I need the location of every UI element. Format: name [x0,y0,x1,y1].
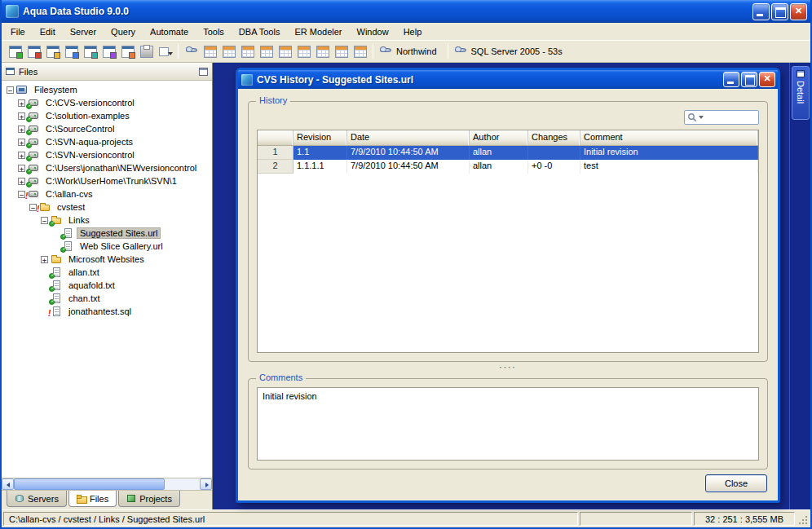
history-table: RevisionDateAuthorChangesComment 11.17/9… [257,130,759,353]
tree-item-links[interactable]: Links [2,214,212,227]
menu-file[interactable]: File [3,24,33,39]
tree-expander-plus-icon[interactable] [18,126,25,133]
undock-panel-icon[interactable] [199,68,208,76]
column-header-comment[interactable]: Comment [580,130,758,145]
tree-item-c-users-jonathan-newversioncontrol[interactable]: C:\Users\jonathan\NEWversioncontrol [2,161,212,174]
menu-window[interactable]: Window [350,24,396,39]
tree-expander-plus-icon[interactable] [18,178,25,185]
dialog-title-bar[interactable]: CVS History - Suggested Sites.url [238,70,778,89]
tab-label: Servers [28,494,59,504]
tree-expander-plus-icon[interactable] [18,165,25,172]
table-grid-icon-5-button[interactable] [276,42,294,60]
export-tool-icon-button[interactable] [99,42,118,60]
history-search-input[interactable] [705,112,756,123]
tab-files[interactable]: Files [68,491,117,507]
dialog-close-button[interactable] [759,72,775,87]
comments-text-area[interactable]: Initial revision [257,387,759,461]
tree-expander-plus-icon[interactable] [18,99,25,107]
tree-item-web-slice-gallery-url[interactable]: Web Slice Gallery.url [2,240,212,253]
tab-detail[interactable]: Detail [792,66,810,120]
tree-item-chan-txt[interactable]: chan.txt [2,292,212,305]
tree-item-c-cvs-versioncontrol[interactable]: C:\CVS-versioncontrol [2,96,212,109]
table-grid-icon-1-button[interactable] [201,42,219,60]
tree-item-suggested-sites-url[interactable]: Suggested Sites.url [2,227,212,240]
column-header-date[interactable]: Date [347,130,470,145]
menu-server[interactable]: Server [63,24,104,39]
menu-dba-tools[interactable]: DBA Tools [232,24,288,39]
tree-item-c-solution-examples[interactable]: C:\solution-examples [2,109,212,122]
tab-servers[interactable]: Servers [7,491,67,507]
tree-item-c-sourcecontrol[interactable]: C:\SourceControl [2,122,212,135]
tree-item-aquafold-txt[interactable]: aquafold.txt [2,279,212,292]
history-search-box[interactable] [684,110,759,125]
import-tool-icon-button[interactable] [81,42,99,60]
tree-item-c-svn-versioncontrol[interactable]: C:\SVN-versioncontrol [2,148,212,161]
menu-bar: FileEditServerQueryAutomateToolsDBA Tool… [2,23,810,41]
scrollbar-track[interactable] [165,478,200,490]
toolbar-context-sql-server-2005-53s[interactable]: SQL Server 2005 - 53s [452,46,570,58]
table-grid-icon-8-button[interactable] [332,42,351,60]
schema-browser-icon-button[interactable] [43,42,62,60]
table-grid-icon-3-button[interactable] [238,42,257,60]
history-table-row[interactable]: 21.1.1.17/9/2010 10:44:50 AMallan+0 -0te… [258,160,758,174]
register-server-icon-button[interactable] [24,42,43,60]
history-comments-splitter[interactable] [248,362,768,373]
tree-expander-minus-icon[interactable] [7,86,14,94]
menu-tools[interactable]: Tools [196,24,232,39]
table-grid-icon-4-button[interactable] [257,42,276,60]
dialog-maximize-button[interactable] [741,72,757,87]
title-bar[interactable]: Aqua Data Studio 9.0.0 [2,0,810,23]
options-dropdown-icon-button[interactable] [156,42,174,60]
tree-item-microsoft-websites[interactable]: Microsoft Websites [2,253,212,266]
tree-expander-plus-icon[interactable] [18,152,25,159]
dialog-minimize-button[interactable] [723,72,739,87]
minimize-button[interactable] [752,3,770,20]
toolbar-context-northwind[interactable]: Northwind [377,46,444,58]
tree-horizontal-scrollbar[interactable] [2,478,212,491]
tree-item-cvstest[interactable]: cvstest [2,201,212,214]
resize-grip[interactable] [797,512,809,526]
column-header-rownum[interactable] [258,130,293,145]
tree-item-c-work-userhome-trunk-svn-1[interactable]: C:\Work\UserHome\Trunk\SVN\1 [2,174,212,187]
menu-automate[interactable]: Automate [143,24,196,39]
status-memory[interactable]: 32 : 251 : 3,555 MB [694,512,795,526]
column-header-author[interactable]: Author [470,130,528,145]
column-header-changes[interactable]: Changes [528,130,580,145]
menu-query[interactable]: Query [104,24,143,39]
menu-edit[interactable]: Edit [33,24,63,39]
print-icon-button[interactable] [137,42,156,60]
tree-expander-plus-icon[interactable] [18,139,25,146]
tree-expander-plus-icon[interactable] [18,112,25,120]
procedure-editor-icon-button[interactable] [118,42,137,60]
tree-expander-minus-icon[interactable] [41,217,48,224]
check-badge-icon [26,130,32,135]
tree-expander-plus-icon[interactable] [41,256,48,263]
connect-server-icon-button[interactable] [6,42,24,60]
query-analyzer-icon-button[interactable] [62,42,81,60]
maximize-button[interactable] [771,3,788,20]
search-options-caret-icon[interactable] [699,116,704,119]
scrollbar-thumb[interactable] [14,478,165,490]
history-table-row[interactable]: 11.17/9/2010 10:44:50 AMallanInitial rev… [258,146,758,160]
tree-expander-minus-icon[interactable] [29,204,37,211]
tree-expander-minus-icon[interactable] [18,191,25,198]
db-tool-icon-button[interactable] [182,42,201,60]
table-grid-icon-9-button[interactable] [351,42,369,60]
tree-item-filesystem[interactable]: Filesystem [2,83,212,96]
table-grid-icon-2-button[interactable] [219,42,238,60]
dialog-close-action-button[interactable]: Close [705,474,767,492]
table-grid-icon-6-button[interactable] [294,42,313,60]
close-button[interactable] [790,3,807,20]
table-grid-icon-7-button[interactable] [313,42,332,60]
tree-item-c-allan-cvs[interactable]: C:\allan-cvs [2,187,212,201]
scroll-left-button[interactable] [2,478,14,490]
tree-item-allan-txt[interactable]: allan.txt [2,266,212,279]
menu-er-modeler[interactable]: ER Modeler [287,24,349,39]
tree-item-c-svn-aqua-projects[interactable]: C:\SVN-aqua-projects [2,135,212,148]
drive-icon [28,97,41,108]
column-header-revision[interactable]: Revision [293,130,347,145]
scroll-right-button[interactable] [200,478,212,490]
tree-item-jonathantest-sql[interactable]: jonathantest.sql [2,305,212,318]
menu-help[interactable]: Help [396,24,430,39]
tab-projects[interactable]: Projects [118,491,180,507]
